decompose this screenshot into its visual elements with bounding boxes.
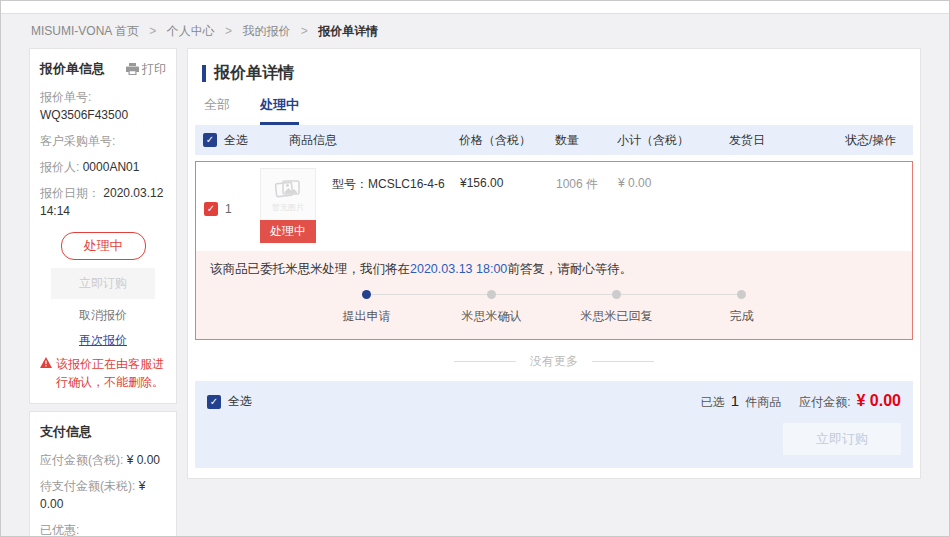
step-dot (487, 290, 496, 299)
table-row: 1 暂无图片 处理中 型号：MCSLC16-4-6 ¥156.00 (196, 162, 912, 251)
breadcrumb: MISUMI-VONA 首页 > 个人中心 > 我的报价 > 报价单详情 (1, 14, 949, 48)
main-panel: 报价单详情 全部 处理中 全选 商品信息 价格（含税） 数量 小计（含税） 发货… (187, 48, 921, 479)
discount-field: 已优惠: (40, 521, 166, 537)
footer-order-button[interactable]: 立即订购 (783, 423, 901, 455)
table-header: 全选 商品信息 价格（含税） 数量 小计（含税） 发货日 状态/操作 (195, 125, 913, 155)
divider-line (592, 361, 654, 362)
col-header-status: 状态/操作 (845, 132, 905, 149)
breadcrumb-personal-center[interactable]: 个人中心 (167, 24, 215, 38)
title-accent-bar (202, 65, 206, 82)
breadcrumb-my-quotes[interactable]: 我的报价 (242, 24, 290, 38)
quote-number-field: 报价单号: WQ3506F43500 (40, 88, 166, 124)
page-title: 报价单详情 (214, 63, 294, 84)
top-strip (1, 1, 949, 14)
status-pill: 处理中 (61, 232, 146, 260)
no-image-label: 暂无图片 (272, 202, 304, 213)
cancel-quote-link[interactable]: 取消报价 (40, 307, 166, 324)
quote-info-title: 报价单信息 (40, 60, 105, 78)
breadcrumb-home[interactable]: MISUMI-VONA 首页 (31, 24, 139, 38)
footer-bar: 全选 已选 1 件商品 应付金额: ¥ 0.00 立即订购 (195, 381, 913, 468)
no-more-divider: 没有更多 (195, 353, 913, 370)
payment-info-section: 支付信息 应付金额(含税): ¥ 0.00 待支付金额(未税): ¥ 0.00 … (29, 411, 177, 537)
selected-count: 1 (731, 392, 739, 409)
printer-icon (126, 63, 139, 75)
col-header-price: 价格（含税） (459, 132, 555, 149)
quote-date-field: 报价日期： 2020.03.12 14:14 (40, 184, 166, 220)
select-all-label: 全选 (224, 132, 248, 149)
item-status-badge: 处理中 (260, 220, 316, 243)
item-index: 1 (225, 202, 232, 216)
photo-icon (275, 177, 301, 201)
quote-item: 1 暂无图片 处理中 型号：MCSLC16-4-6 ¥156.00 (195, 161, 913, 340)
warning-text: 该报价正在由客服进行确认，不能删除。 (56, 355, 166, 391)
step-submitted: 提出申请 (304, 290, 429, 325)
tab-all[interactable]: 全部 (204, 96, 230, 125)
col-header-quantity: 数量 (555, 132, 617, 149)
product-image-placeholder[interactable]: 暂无图片 (260, 168, 316, 220)
step-dot (737, 290, 746, 299)
breadcrumb-separator: > (301, 24, 308, 38)
breadcrumb-separator: > (149, 24, 156, 38)
sidebar: 报价单信息 打印 报价单号: WQ3506F43500 客户采购单号: 报价人: (29, 48, 177, 537)
step-dot (612, 290, 621, 299)
unpaid-amount-field: 待支付金额(未税): ¥ 0.00 (40, 477, 166, 513)
page: MISUMI-VONA 首页 > 个人中心 > 我的报价 > 报价单详情 报价单… (0, 0, 950, 537)
no-more-label: 没有更多 (530, 353, 578, 370)
step-dot-active (362, 290, 371, 299)
selected-suffix: 件商品 (745, 394, 781, 411)
warning-icon (40, 357, 52, 368)
print-label: 打印 (142, 61, 166, 78)
divider-line (454, 361, 516, 362)
item-price: ¥156.00 (460, 168, 556, 190)
step-misumi-replied: 米思米已回复 (554, 290, 679, 325)
progress-steps: 提出申请 米思米确认 米思米已回复 完成 (304, 290, 804, 325)
selected-prefix: 已选 (701, 394, 725, 411)
select-all-checkbox[interactable] (203, 133, 217, 147)
item-checkbox[interactable] (204, 202, 218, 216)
breadcrumb-separator: > (225, 24, 232, 38)
tab-processing[interactable]: 处理中 (260, 96, 299, 125)
payable-amount-field: 应付金额(含税): ¥ 0.00 (40, 451, 166, 469)
tabs: 全部 处理中 (195, 94, 913, 125)
quote-warning: 该报价正在由客服进行确认，不能删除。 (40, 355, 166, 391)
payment-info-title: 支付信息 (40, 423, 92, 441)
customer-po-field: 客户采购单号: (40, 132, 166, 150)
reply-deadline: 2020.03.13 18:00 (410, 262, 507, 276)
col-header-ship-date: 发货日 (729, 132, 845, 149)
order-now-button[interactable]: 立即订购 (51, 268, 155, 299)
processing-notice: 该商品已委托米思米处理，我们将在2020.03.13 18:00前答复，请耐心等… (196, 251, 912, 339)
payable-label: 应付金额: (799, 394, 850, 411)
item-model: 型号：MCSLC16-4-6 (332, 168, 445, 243)
requote-link[interactable]: 再次报价 (40, 332, 166, 349)
quoter-field: 报价人: 0000AN01 (40, 158, 166, 176)
payable-value: ¥ 0.00 (857, 392, 901, 410)
col-header-product: 商品信息 (259, 132, 459, 149)
step-misumi-confirm: 米思米确认 (429, 290, 554, 325)
item-quantity: 1006 件 (556, 168, 618, 193)
quote-info-section: 报价单信息 打印 报价单号: WQ3506F43500 客户采购单号: 报价人: (29, 48, 177, 404)
item-subtotal: ¥ 0.00 (618, 168, 730, 190)
footer-select-all-label: 全选 (228, 393, 252, 410)
notice-text: 该商品已委托米思米处理，我们将在2020.03.13 18:00前答复，请耐心等… (210, 261, 898, 278)
breadcrumb-current: 报价单详情 (318, 24, 378, 38)
footer-select-all-checkbox[interactable] (207, 395, 221, 409)
step-complete: 完成 (679, 290, 804, 325)
print-button[interactable]: 打印 (126, 61, 166, 78)
col-header-subtotal: 小计（含税） (617, 132, 729, 149)
